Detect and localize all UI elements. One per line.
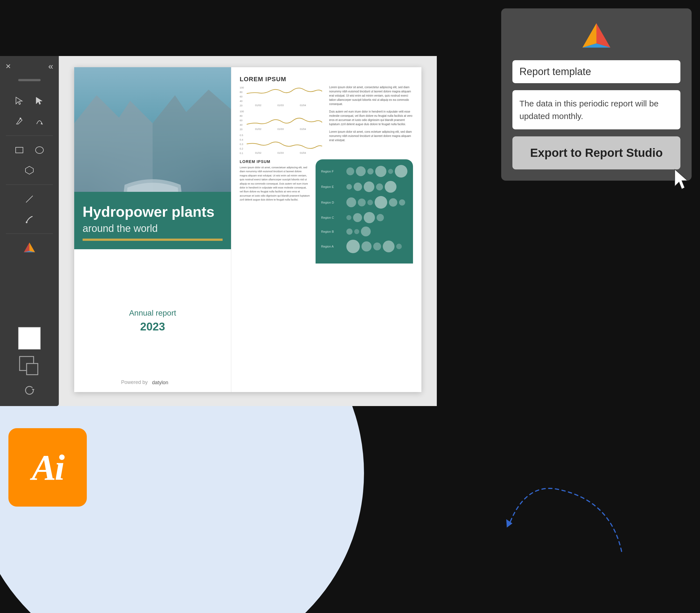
- lorem-para-3: Lorem ipsum dolor sit amet, cons ectetue…: [329, 130, 413, 142]
- svg-text:0.2: 0.2: [240, 147, 243, 150]
- data-page: LOREM IPSUM 100 80 60 40 20: [231, 67, 421, 392]
- svg-text:100: 100: [240, 110, 244, 113]
- svg-text:80: 80: [240, 115, 242, 117]
- svg-text:60: 60: [240, 119, 242, 122]
- frame-tool[interactable]: [18, 355, 41, 378]
- tools-divider-2: [6, 184, 53, 185]
- ellipse-tool[interactable]: [32, 143, 47, 157]
- chart-3: 0.5 0.4 0.3 0.2 0.1 01/02 01/03 01/04: [240, 133, 324, 155]
- panel-logo: [580, 19, 613, 53]
- svg-text:datylon: datylon: [152, 380, 168, 385]
- pen-tool[interactable]: [12, 114, 27, 129]
- powered-by-text: Powered by: [121, 379, 148, 385]
- cursor-arrow: [672, 167, 695, 195]
- bubble-chart: Region F Region E: [316, 159, 413, 263]
- report-description-text: The data in this periodic report will be…: [519, 99, 659, 121]
- svg-text:01/03: 01/03: [277, 128, 283, 130]
- svg-text:01/02: 01/02: [255, 104, 261, 107]
- cover-page: Hydropower plants around the world Annua…: [74, 67, 231, 392]
- datylon-tool[interactable]: [22, 241, 37, 256]
- svg-line-8: [26, 196, 33, 203]
- export-button-label: Export to Report Studio: [530, 146, 663, 159]
- dotted-arc-decoration: [504, 473, 630, 557]
- svg-marker-46: [582, 23, 596, 48]
- report-description-box: The data in this periodic report will be…: [512, 90, 681, 129]
- svg-text:01/03: 01/03: [277, 104, 283, 107]
- svg-point-6: [36, 147, 43, 154]
- report-template-field[interactable]: Report template: [512, 60, 681, 83]
- cover-image: Hydropower plants around the world: [74, 67, 231, 249]
- ai-icon-text: Ai: [32, 446, 64, 488]
- section2-body: Lorem ipsum dolor sit amet, consectetuer…: [240, 166, 310, 202]
- document-window: Hydropower plants around the world Annua…: [59, 56, 437, 406]
- svg-text:01/02: 01/02: [255, 128, 261, 130]
- cover-gold-bar: [83, 238, 223, 241]
- curvature-tool[interactable]: [32, 114, 47, 129]
- svg-marker-15: [32, 389, 35, 391]
- svg-text:01/03: 01/03: [277, 152, 283, 154]
- select-tool[interactable]: [12, 94, 27, 108]
- cover-main-subtitle: around the world: [83, 223, 223, 234]
- cover-title-box: Hydropower plants around the world: [74, 192, 231, 249]
- powered-by-row: Powered by datylon: [121, 378, 184, 387]
- lorem-para-2: Duis autem vel eum iriure dolor in hendr…: [329, 109, 413, 126]
- polygon-tool[interactable]: [22, 163, 37, 178]
- svg-text:20: 20: [240, 128, 242, 131]
- svg-marker-48: [675, 169, 687, 189]
- sidebar-panel: × «: [0, 56, 59, 406]
- svg-marker-7: [26, 166, 33, 174]
- chart-2: 100 80 60 40 20 01/02 01/03 01/04: [240, 109, 324, 131]
- line-tool[interactable]: [22, 192, 37, 206]
- tools-divider-3: [6, 234, 53, 234]
- export-to-report-studio-button[interactable]: Export to Report Studio: [512, 136, 681, 169]
- brush-tool[interactable]: [22, 212, 37, 226]
- report-template-label: Report template: [519, 66, 591, 77]
- document-inner: Hydropower plants around the world Annua…: [74, 67, 421, 392]
- svg-text:40: 40: [240, 100, 242, 103]
- svg-text:01/04: 01/04: [300, 152, 306, 154]
- svg-point-9: [26, 222, 27, 223]
- close-icon[interactable]: ×: [5, 62, 11, 70]
- svg-text:0.3: 0.3: [240, 143, 243, 146]
- svg-text:80: 80: [240, 91, 242, 93]
- svg-text:20: 20: [240, 104, 242, 107]
- report-year: 2023: [140, 321, 165, 333]
- svg-text:0.4: 0.4: [240, 138, 243, 141]
- chart-1: 100 80 60 40 20 01/02 01/03 01/04: [240, 85, 324, 107]
- svg-marker-1: [16, 97, 22, 104]
- svg-marker-11: [29, 243, 35, 252]
- svg-text:01/04: 01/04: [300, 104, 306, 107]
- section2-title: LOREM IPSUM: [240, 159, 310, 164]
- rectangle-tool[interactable]: [12, 143, 27, 157]
- report-panel: Report template The data in this periodi…: [501, 9, 691, 181]
- tools-divider-1: [6, 135, 53, 136]
- svg-rect-14: [27, 364, 38, 375]
- svg-marker-4: [41, 122, 43, 125]
- svg-marker-45: [596, 23, 610, 48]
- ai-app-icon[interactable]: Ai: [9, 428, 87, 507]
- svg-text:0.5: 0.5: [240, 134, 243, 136]
- drag-handle: [18, 79, 41, 81]
- direct-select-tool[interactable]: [32, 94, 47, 108]
- svg-text:60: 60: [240, 95, 242, 98]
- svg-text:40: 40: [240, 123, 242, 126]
- collapse-icon[interactable]: «: [48, 62, 53, 70]
- cover-bottom-section: Annual report 2023 Powered by datylon: [74, 249, 231, 392]
- svg-marker-0: [506, 519, 512, 527]
- svg-text:01/02: 01/02: [255, 152, 261, 154]
- svg-text:0.1: 0.1: [240, 152, 243, 155]
- annual-report-label: Annual report: [129, 309, 176, 317]
- svg-marker-2: [36, 97, 42, 104]
- lorem-para-1: Lorem ipsum dolor sit amet, consectetur …: [329, 85, 413, 106]
- rotate-icon[interactable]: [22, 383, 37, 397]
- fill-swatch[interactable]: [18, 327, 41, 350]
- data-title: LOREM IPSUM: [240, 76, 413, 83]
- svg-rect-5: [16, 147, 23, 153]
- svg-text:01/04: 01/04: [300, 128, 306, 130]
- svg-point-3: [19, 118, 21, 119]
- cover-main-title: Hydropower plants: [83, 203, 223, 220]
- svg-text:100: 100: [240, 86, 244, 89]
